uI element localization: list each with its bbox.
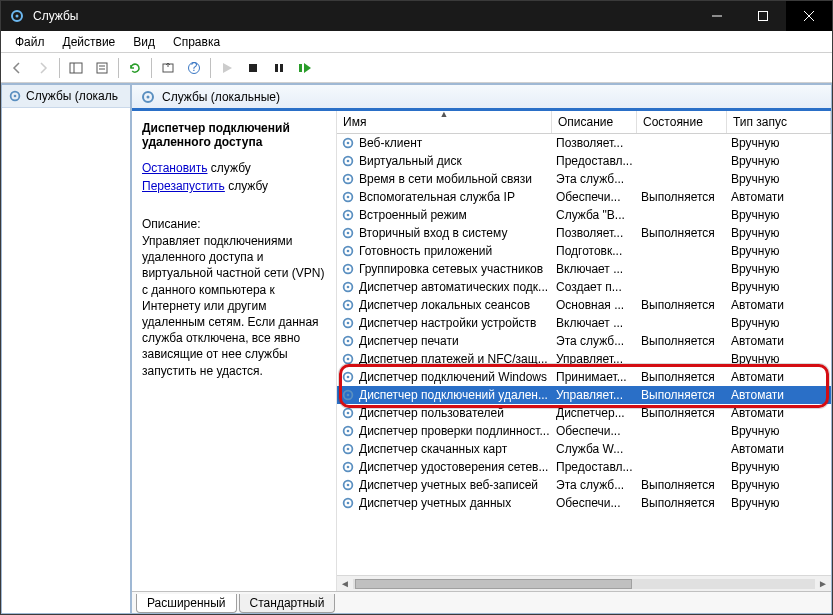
menu-help[interactable]: Справка [165, 33, 228, 51]
service-desc: Служба "В... [552, 208, 637, 222]
col-name[interactable]: ▲Имя [337, 111, 552, 133]
titlebar[interactable]: Службы [1, 1, 832, 31]
service-startup: Вручную [727, 424, 831, 438]
table-row[interactable]: Время в сети мобильной связиЭта служб...… [337, 170, 831, 188]
table-row[interactable]: Готовность приложенийПодготовк...Вручную [337, 242, 831, 260]
svg-point-53 [347, 412, 350, 415]
pause-service-button[interactable] [267, 56, 291, 80]
restart-service-link[interactable]: Перезапустить [142, 179, 225, 193]
service-name: Диспетчер учетных данных [359, 496, 511, 510]
tree-pane[interactable]: Службы (локаль [1, 84, 131, 614]
window-buttons [694, 1, 832, 31]
stop-service-button[interactable] [241, 56, 265, 80]
svg-point-51 [347, 394, 350, 397]
table-row[interactable]: Диспетчер автоматических подк...Создает … [337, 278, 831, 296]
menu-file[interactable]: Файл [7, 33, 53, 51]
col-description[interactable]: Описание [552, 111, 637, 133]
minimize-button[interactable] [694, 1, 740, 31]
service-startup: Вручную [727, 478, 831, 492]
table-row[interactable]: Встроенный режимСлужба "В...Вручную [337, 206, 831, 224]
svg-rect-15 [275, 64, 278, 72]
table-row[interactable]: Веб-клиентПозволяет...Вручную [337, 134, 831, 152]
gear-icon [341, 406, 355, 420]
svg-point-49 [347, 376, 350, 379]
service-name: Диспетчер удостоверения сетев... [359, 460, 548, 474]
service-startup: Автомати [727, 406, 831, 420]
svg-point-61 [347, 484, 350, 487]
table-row[interactable]: Диспетчер учетных данныхОбеспечи...Выпол… [337, 494, 831, 512]
table-row[interactable]: Диспетчер настройки устройствВключает ..… [337, 314, 831, 332]
table-row[interactable]: Диспетчер учетных веб-записейЭта служб..… [337, 476, 831, 494]
service-name: Группировка сетевых участников [359, 262, 543, 276]
table-row[interactable]: Диспетчер удостоверения сетев...Предоста… [337, 458, 831, 476]
table-row[interactable]: Диспетчер скачанных картСлужба W...Автом… [337, 440, 831, 458]
show-hide-button[interactable] [64, 56, 88, 80]
detail-title: Диспетчер подключений удаленного доступа [142, 121, 326, 149]
table-row[interactable]: Вторичный вход в системуПозволяет...Выпо… [337, 224, 831, 242]
tab-extended[interactable]: Расширенный [136, 594, 237, 613]
service-desc: Принимает... [552, 370, 637, 384]
gear-icon [341, 280, 355, 294]
gear-icon [341, 172, 355, 186]
col-state[interactable]: Состояние [637, 111, 727, 133]
close-button[interactable] [786, 1, 832, 31]
svg-point-57 [347, 448, 350, 451]
properties-button[interactable] [90, 56, 114, 80]
table-row[interactable]: Диспетчер подключений удален...Управляет… [337, 386, 831, 404]
service-name: Готовность приложений [359, 244, 492, 258]
table-row[interactable]: Диспетчер платежей и NFC/защ...Управляет… [337, 350, 831, 368]
scroll-thumb[interactable] [355, 579, 632, 589]
table-row[interactable]: Группировка сетевых участниковВключает .… [337, 260, 831, 278]
menu-view[interactable]: Вид [125, 33, 163, 51]
service-startup: Автомати [727, 442, 831, 456]
table-row[interactable]: Диспетчер печатиЭта служб...ВыполняетсяА… [337, 332, 831, 350]
table-row[interactable]: Диспетчер проверки подлинност...Обеспечи… [337, 422, 831, 440]
gear-icon [341, 262, 355, 276]
svg-point-21 [147, 95, 150, 98]
service-name: Диспетчер скачанных карт [359, 442, 507, 456]
service-startup: Автомати [727, 388, 831, 402]
gear-icon [341, 478, 355, 492]
tab-standard[interactable]: Стандартный [239, 594, 336, 613]
start-service-button[interactable] [215, 56, 239, 80]
service-startup: Вручную [727, 460, 831, 474]
gear-icon [341, 460, 355, 474]
description-label: Описание: [142, 217, 326, 231]
gear-icon [341, 334, 355, 348]
scroll-left-icon[interactable]: ◄ [337, 578, 353, 589]
service-state: Выполняется [637, 370, 727, 384]
gear-icon [341, 370, 355, 384]
table-row[interactable]: Вспомогательная служба IPОбеспечи...Выпо… [337, 188, 831, 206]
detail-pane: Диспетчер подключений удаленного доступа… [132, 111, 337, 591]
list-header: ▲Имя Описание Состояние Тип запус [337, 111, 831, 134]
svg-point-29 [347, 196, 350, 199]
help-button[interactable]: ? [182, 56, 206, 80]
menu-action[interactable]: Действие [55, 33, 124, 51]
service-startup: Автомати [727, 190, 831, 204]
table-row[interactable]: Виртуальный дискПредоставл...Вручную [337, 152, 831, 170]
tree-item-services[interactable]: Службы (локаль [2, 85, 130, 108]
service-desc: Эта служб... [552, 172, 637, 186]
forward-button[interactable] [31, 56, 55, 80]
maximize-button[interactable] [740, 1, 786, 31]
table-row[interactable]: Диспетчер пользователейДиспетчер...Выпол… [337, 404, 831, 422]
horizontal-scrollbar[interactable]: ◄ ► [337, 575, 831, 591]
stop-service-link[interactable]: Остановить [142, 161, 208, 175]
scroll-right-icon[interactable]: ► [815, 578, 831, 589]
svg-rect-6 [70, 63, 82, 73]
col-startup[interactable]: Тип запус [727, 111, 831, 133]
service-desc: Эта служб... [552, 478, 637, 492]
back-button[interactable] [5, 56, 29, 80]
service-name: Диспетчер пользователей [359, 406, 504, 420]
restart-service-link-row: Перезапустить службу [142, 179, 326, 193]
table-row[interactable]: Диспетчер локальных сеансовОсновная ...В… [337, 296, 831, 314]
service-name: Время в сети мобильной связи [359, 172, 532, 186]
table-row[interactable]: Диспетчер подключений WindowsПринимает..… [337, 368, 831, 386]
list-body[interactable]: Веб-клиентПозволяет...ВручнуюВиртуальный… [337, 134, 831, 575]
restart-service-button[interactable] [293, 56, 317, 80]
refresh-button[interactable] [123, 56, 147, 80]
export-button[interactable] [156, 56, 180, 80]
services-window: Службы Файл Действие Вид Справка ? [0, 0, 833, 615]
service-desc: Создает п... [552, 280, 637, 294]
service-startup: Вручную [727, 136, 831, 150]
